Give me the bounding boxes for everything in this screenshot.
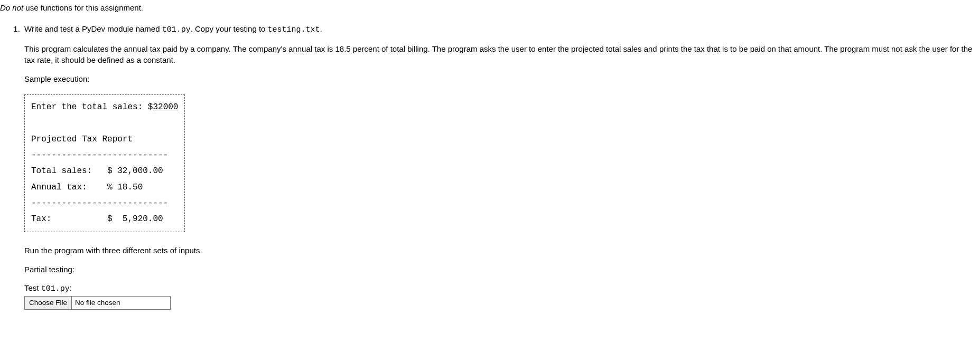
run-note: Run the program with three different set… — [24, 245, 980, 256]
sample-row-rate: Annual tax: % 18.50 — [31, 183, 143, 192]
intro-italic: Do not — [0, 3, 23, 12]
test-code: t01.py — [41, 284, 70, 293]
q1-lead-b: . Copy your testing to — [191, 24, 268, 33]
sample-prompt: Enter the total sales: $ — [31, 102, 153, 112]
question-1: Write and test a PyDev module named t01.… — [22, 23, 980, 310]
sample-row-tax: Tax: $ 5,920.00 — [31, 214, 163, 224]
test-label-a: Test — [24, 283, 41, 292]
sample-exec-label: Sample execution: — [24, 73, 980, 85]
sample-rule1: --------------------------- — [31, 150, 168, 160]
sample-header: Projected Tax Report — [31, 135, 133, 144]
q1-module-code: t01.py — [162, 25, 191, 34]
q1-testfile-code: testing.txt — [268, 25, 320, 34]
test-label-b: : — [70, 283, 72, 292]
choose-file-button[interactable]: Choose File — [25, 297, 72, 309]
test-line: Test t01.py: — [24, 282, 980, 295]
q1-lead-a: Write and test a PyDev module named — [24, 24, 162, 33]
sample-row-total: Total sales: $ 32,000.00 — [31, 166, 163, 176]
q1-description: This program calculates the annual tax p… — [24, 43, 980, 66]
file-status-label: No file chosen — [72, 297, 170, 309]
file-input[interactable]: Choose File No file chosen — [24, 296, 171, 310]
intro-rest: use functions for this assignment. — [23, 3, 143, 12]
q1-lead: Write and test a PyDev module named t01.… — [24, 23, 980, 36]
sample-user-input: 32000 — [153, 102, 178, 112]
sample-rule2: --------------------------- — [31, 198, 168, 208]
sample-output-pre: Enter the total sales: $32000 Projected … — [31, 99, 178, 227]
sample-output-box: Enter the total sales: $32000 Projected … — [24, 94, 185, 232]
partial-testing-label: Partial testing: — [24, 264, 980, 275]
intro-instruction: Do not use functions for this assignment… — [0, 2, 980, 14]
q1-lead-c: . — [320, 24, 322, 33]
